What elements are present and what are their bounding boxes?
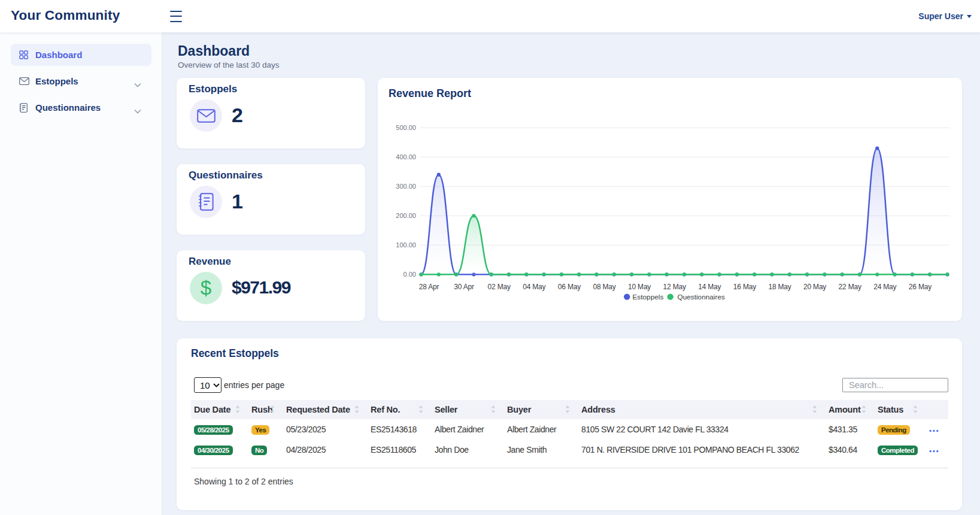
svg-text:400.00: 400.00 [396, 153, 416, 160]
svg-text:Questionnaires: Questionnaires [678, 293, 725, 301]
svg-text:26 May: 26 May [909, 283, 932, 291]
svg-text:04 May: 04 May [523, 283, 545, 291]
svg-text:300.00: 300.00 [396, 183, 416, 190]
svg-text:22 May: 22 May [839, 283, 861, 291]
svg-text:08 May: 08 May [593, 283, 615, 291]
svg-text:16 May: 16 May [733, 283, 756, 291]
svg-text:02 May: 02 May [488, 283, 511, 291]
svg-text:18 May: 18 May [768, 283, 791, 291]
svg-text:20 May: 20 May [803, 283, 826, 291]
svg-text:14 May: 14 May [698, 283, 721, 291]
svg-text:12 May: 12 May [663, 283, 686, 291]
svg-text:06 May: 06 May [558, 283, 581, 291]
svg-text:200.00: 200.00 [396, 212, 416, 219]
svg-text:10 May: 10 May [628, 283, 651, 291]
svg-text:28 Apr: 28 Apr [419, 283, 439, 291]
svg-text:500.00: 500.00 [396, 124, 416, 131]
svg-text:24 May: 24 May [873, 283, 896, 291]
svg-text:Estoppels: Estoppels [633, 293, 664, 301]
svg-text:100.00: 100.00 [396, 241, 416, 249]
svg-text:0.00: 0.00 [403, 271, 416, 278]
svg-text:30 Apr: 30 Apr [454, 283, 474, 291]
